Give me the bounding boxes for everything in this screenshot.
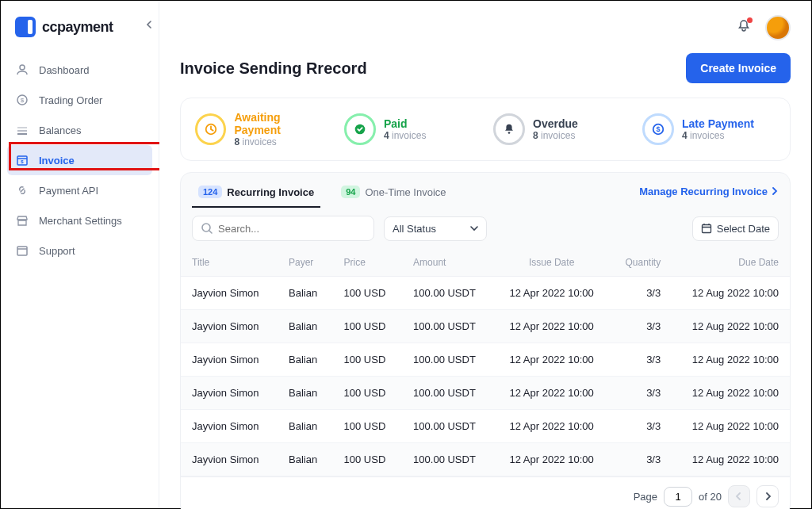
cell-due: 12 Aug 2022 10:00 — [672, 377, 790, 410]
tab-label: Recurring Invoice — [227, 186, 314, 198]
page-of: of 20 — [699, 491, 722, 503]
page-next-button[interactable] — [756, 485, 779, 507]
cell-payer: Balian — [278, 443, 333, 476]
chevron-right-icon — [764, 492, 772, 500]
cell-title: Jayvion Simon — [181, 343, 278, 377]
notifications-button[interactable] — [737, 19, 751, 36]
table-row[interactable]: Jayvion SimonBalian100 USD100.00 USDT12 … — [181, 277, 790, 310]
user-icon — [15, 63, 29, 77]
topbar — [722, 15, 791, 40]
col-price: Price — [333, 249, 403, 277]
invoice-table: Title Payer Price Amount Issue Date Quan… — [181, 249, 790, 476]
sidebar-collapse-toggle[interactable] — [146, 18, 154, 31]
notification-dot — [747, 17, 753, 23]
create-invoice-button[interactable]: Create Invoice — [686, 53, 791, 83]
cell-qty: 3/3 — [609, 443, 672, 476]
table-row[interactable]: Jayvion SimonBalian100 USD100.00 USDT12 … — [181, 310, 790, 343]
search-icon — [201, 222, 213, 235]
cell-price: 100 USD — [333, 410, 403, 443]
chevron-left-icon — [735, 492, 743, 500]
cell-qty: 3/3 — [609, 377, 672, 410]
sidebar-item-payment-api[interactable]: Payment API — [1, 175, 159, 205]
cell-payer: Balian — [278, 410, 333, 443]
tab-badge: 94 — [341, 186, 360, 198]
col-title: Title — [181, 249, 278, 277]
user-avatar[interactable] — [765, 15, 791, 40]
svg-rect-4 — [17, 130, 27, 132]
cell-price: 100 USD — [333, 277, 403, 310]
search-input-wrap[interactable] — [192, 216, 374, 241]
table-row[interactable]: Jayvion SimonBalian100 USD100.00 USDT12 … — [181, 377, 790, 410]
check-circle-icon — [344, 113, 376, 145]
chevron-right-icon — [771, 187, 779, 195]
tab-onetime-invoice[interactable]: 94 One-Time Invoice — [335, 181, 452, 208]
cell-issue: 12 Apr 2022 10:00 — [494, 443, 610, 476]
sidebar-item-merchant-settings[interactable]: Merchant Settings — [1, 205, 159, 235]
cell-qty: 3/3 — [609, 410, 672, 443]
cell-issue: 12 Apr 2022 10:00 — [494, 343, 610, 377]
pagination: Page of 20 — [181, 476, 790, 509]
cell-title: Jayvion Simon — [181, 443, 278, 476]
cell-title: Jayvion Simon — [181, 310, 278, 343]
cell-due: 12 Aug 2022 10:00 — [672, 410, 790, 443]
status-paid[interactable]: Paid 4 invoices — [336, 108, 485, 151]
layers-icon — [15, 123, 29, 137]
cell-price: 100 USD — [333, 443, 403, 476]
search-input[interactable] — [218, 223, 366, 235]
invoice-panel: 124 Recurring Invoice 94 One-Time Invoic… — [180, 172, 791, 509]
tab-recurring-invoice[interactable]: 124 Recurring Invoice — [192, 181, 320, 208]
brand-name: ccpayment — [42, 19, 113, 36]
page-label: Page — [634, 491, 657, 503]
svg-point-0 — [20, 65, 25, 70]
sidebar-item-invoice[interactable]: $ Invoice — [7, 145, 152, 175]
sidebar-label: Trading Order — [39, 94, 102, 106]
sidebar-label: Merchant Settings — [39, 215, 122, 227]
status-sub: 8 invoices — [533, 130, 578, 141]
cell-amount: 100.00 USDT — [402, 443, 494, 476]
cell-qty: 3/3 — [609, 343, 672, 377]
cell-due: 12 Aug 2022 10:00 — [672, 443, 790, 476]
sidebar-label: Support — [39, 245, 75, 257]
table-row[interactable]: Jayvion SimonBalian100 USD100.00 USDT12 … — [181, 410, 790, 443]
page-input[interactable] — [664, 487, 692, 507]
cell-amount: 100.00 USDT — [402, 410, 494, 443]
svg-text:$: $ — [656, 125, 660, 133]
sidebar-item-trading-order[interactable]: $ Trading Order — [1, 85, 159, 115]
sidebar-item-balances[interactable]: Balances — [1, 115, 159, 145]
tab-badge: 124 — [198, 186, 222, 198]
status-late[interactable]: $ Late Payment 4 invoices — [634, 108, 783, 151]
svg-text:$: $ — [21, 159, 24, 164]
sidebar-item-dashboard[interactable]: Dashboard — [1, 55, 159, 85]
select-date-button[interactable]: Select Date — [692, 216, 779, 241]
dollar-icon: $ — [15, 93, 29, 107]
page-prev-button[interactable] — [728, 485, 750, 507]
cell-issue: 12 Apr 2022 10:00 — [494, 377, 610, 410]
col-due: Due Date — [672, 249, 790, 277]
cell-payer: Balian — [278, 310, 333, 343]
sidebar-label: Balances — [39, 124, 81, 136]
page-title: Invoice Sending Rrecord — [180, 59, 367, 78]
cell-amount: 100.00 USDT — [402, 377, 494, 410]
svg-rect-8 — [17, 247, 27, 255]
cell-amount: 100.00 USDT — [402, 310, 494, 343]
cell-due: 12 Aug 2022 10:00 — [672, 343, 790, 377]
status-awaiting[interactable]: Awaiting Payment 8 invoices — [187, 108, 336, 151]
cell-payer: Balian — [278, 377, 333, 410]
status-label: Late Payment — [682, 117, 754, 130]
sidebar-item-support[interactable]: Support — [1, 235, 159, 266]
tab-label: One-Time Invoice — [365, 186, 446, 198]
svg-rect-5 — [17, 133, 27, 135]
sidebar-label: Invoice — [39, 155, 75, 166]
bell-solid-icon — [493, 113, 525, 145]
svg-rect-3 — [17, 127, 27, 128]
status-filter-select[interactable]: All Status — [384, 216, 487, 241]
brand-row: ccpayment — [1, 7, 159, 55]
table-row[interactable]: Jayvion SimonBalian100 USD100.00 USDT12 … — [181, 343, 790, 377]
cell-payer: Balian — [278, 277, 333, 310]
status-overdue[interactable]: Overdue 8 invoices — [485, 108, 634, 151]
col-issue: Issue Date — [494, 249, 610, 277]
table-row[interactable]: Jayvion SimonBalian100 USD100.00 USDT12 … — [181, 443, 790, 476]
manage-recurring-link[interactable]: Manage Recurring Invoice — [639, 186, 779, 204]
sidebar-label: Dashboard — [39, 64, 90, 76]
cell-title: Jayvion Simon — [181, 377, 278, 410]
